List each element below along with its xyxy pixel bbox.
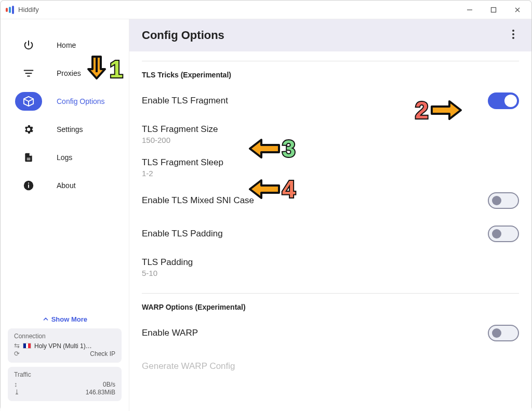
traffic-title: Traffic (14, 371, 115, 378)
sidebar-item-label: Proxies (57, 69, 81, 77)
sidebar: Home Proxies Config Options (1, 19, 129, 411)
setting-label: Enable TLS Fragment (142, 96, 228, 106)
setting-enable-warp[interactable]: Enable WARP (142, 316, 519, 350)
minimize-button[interactable] (458, 1, 482, 19)
refresh-icon[interactable]: ⟳ (14, 350, 20, 357)
svg-point-13 (512, 33, 514, 35)
info-icon (15, 176, 42, 195)
setting-tls-fragment-sleep[interactable]: TLS Fragment Sleep 1-2 (142, 151, 519, 184)
setting-label: TLS Fragment Size (142, 124, 218, 135)
setting-value: 150-200 (142, 136, 218, 144)
svg-rect-11 (28, 183, 29, 184)
setting-value: 5-10 (142, 269, 193, 277)
app-window: Hiddify Home Proxies (0, 0, 532, 411)
traffic-speed: 0B/s (103, 381, 115, 388)
window-controls (458, 1, 529, 19)
maximize-button[interactable] (482, 1, 506, 19)
section-title-warp: WARP Options (Experimental) (142, 303, 519, 311)
sidebar-item-label: Home (57, 41, 76, 49)
setting-label: Enable WARP (142, 328, 198, 338)
section-title-tls: TLS Tricks (Experimental) (142, 71, 519, 79)
setting-label: TLS Padding (142, 257, 193, 268)
svg-point-14 (512, 37, 514, 39)
overflow-menu-button[interactable] (508, 25, 519, 46)
svg-point-12 (512, 30, 514, 32)
sidebar-bottom: Show More Connection ⇆ Holy VPN (Multi 1… (1, 310, 129, 411)
check-ip-link[interactable]: Check IP (90, 350, 115, 357)
power-icon (15, 36, 42, 55)
file-icon (15, 148, 42, 167)
setting-generate-warp-config[interactable]: Generate WARP Config (142, 350, 519, 383)
svg-rect-1 (491, 7, 496, 12)
setting-label: Enable TLS Padding (142, 229, 223, 239)
app-title: Hiddify (18, 6, 39, 14)
app-logo-icon (6, 6, 14, 14)
sidebar-nav: Home Proxies Config Options (1, 32, 129, 199)
setting-label: TLS Fragment Sleep (142, 157, 223, 168)
link-icon: ⇆ (14, 342, 20, 350)
svg-rect-7 (27, 158, 31, 158)
connection-profile: Holy VPN (Multi 1)… (34, 342, 92, 350)
download-icon: ⤓ (14, 388, 20, 396)
box-icon (15, 92, 42, 111)
traffic-total: 146.83MiB (86, 389, 115, 396)
sidebar-item-label: Config Options (57, 97, 105, 105)
flag-france-icon (23, 343, 31, 349)
show-more-label: Show More (51, 315, 87, 323)
title-bar: Hiddify (1, 1, 531, 19)
setting-label: Enable TLS Mixed SNI Case (142, 195, 254, 206)
upload-icon: ↕ (14, 380, 18, 388)
svg-rect-10 (28, 184, 29, 188)
sidebar-item-settings[interactable]: Settings (15, 116, 122, 143)
sidebar-item-label: Settings (57, 125, 83, 134)
toggle-enable-tls-fragment[interactable] (488, 92, 519, 109)
setting-tls-padding-size[interactable]: TLS Padding 5-10 (142, 250, 519, 284)
sidebar-item-logs[interactable]: Logs (15, 144, 122, 171)
connection-card[interactable]: Connection ⇆ Holy VPN (Multi 1)… ⟳ Check… (8, 328, 122, 363)
setting-enable-tls-fragment[interactable]: Enable TLS Fragment (142, 84, 519, 117)
divider (142, 61, 519, 61)
page-title: Config Options (142, 29, 224, 42)
divider (142, 293, 519, 294)
chevron-up-icon (42, 315, 49, 323)
gear-icon (15, 120, 42, 139)
toggle-enable-tls-padding[interactable] (488, 226, 519, 242)
setting-enable-mixed-sni[interactable]: Enable TLS Mixed SNI Case (142, 184, 519, 217)
toggle-enable-warp[interactable] (488, 325, 519, 341)
close-button[interactable] (506, 1, 529, 19)
setting-tls-fragment-size[interactable]: TLS Fragment Size 150-200 (142, 117, 519, 151)
sidebar-item-about[interactable]: About (15, 172, 122, 199)
setting-value: 1-2 (142, 169, 223, 178)
filter-icon (15, 64, 42, 83)
toggle-enable-mixed-sni[interactable] (488, 192, 519, 209)
sidebar-item-label: About (57, 181, 76, 190)
content-header: Config Options (129, 19, 531, 51)
sidebar-item-label: Logs (57, 153, 72, 162)
setting-label: Generate WARP Config (142, 361, 235, 372)
sidebar-item-proxies[interactable]: Proxies (15, 60, 122, 87)
more-vert-icon (512, 29, 515, 39)
svg-rect-8 (27, 160, 31, 160)
content-pane: Config Options TLS Tricks (Experimental)… (129, 19, 531, 411)
sidebar-item-config-options[interactable]: Config Options (15, 88, 122, 115)
traffic-card[interactable]: Traffic ↕ 0B/s ⤓ 146.83MiB (8, 367, 122, 401)
connection-title: Connection (14, 333, 115, 340)
sidebar-item-home[interactable]: Home (15, 32, 122, 59)
show-more-button[interactable]: Show More (8, 310, 122, 328)
setting-enable-tls-padding[interactable]: Enable TLS Padding (142, 217, 519, 250)
content-scroll[interactable]: TLS Tricks (Experimental) Enable TLS Fra… (129, 51, 531, 411)
